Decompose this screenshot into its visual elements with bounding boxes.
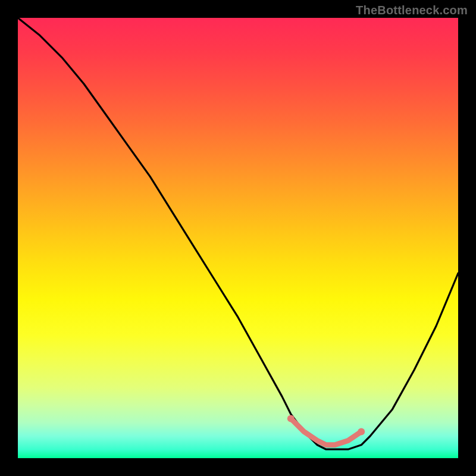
bottleneck-curve-svg [18, 18, 458, 458]
optimal-band-end-dot [358, 428, 365, 436]
bottleneck-curve [18, 18, 458, 449]
optimal-band [291, 418, 361, 444]
plot-area [18, 18, 458, 458]
chart-container: TheBottleneck.com [0, 0, 476, 476]
optimal-band-start-dot [287, 415, 295, 422]
watermark-text: TheBottleneck.com [356, 4, 468, 17]
